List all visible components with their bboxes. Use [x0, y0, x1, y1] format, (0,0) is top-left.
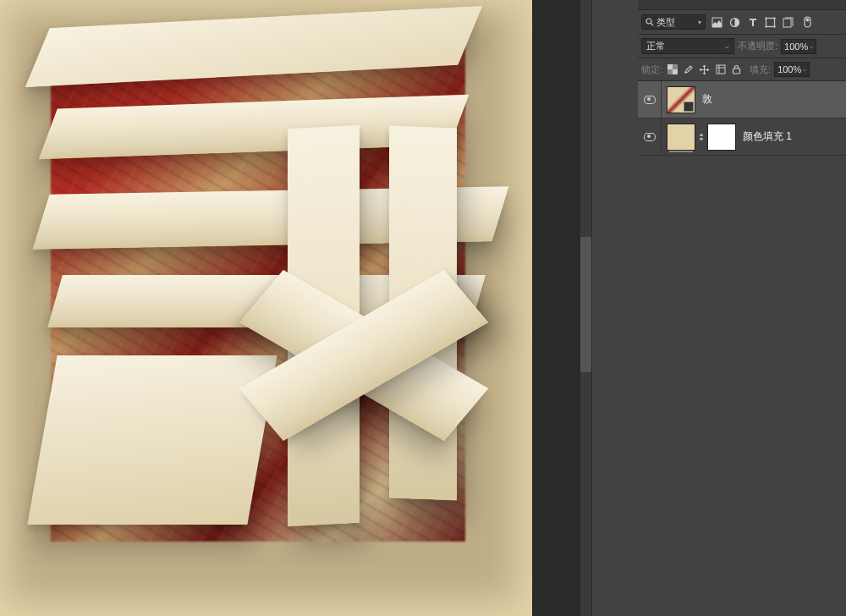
svg-rect-19 — [673, 69, 678, 74]
svg-rect-21 — [733, 69, 740, 74]
lock-all-icon[interactable] — [730, 63, 743, 76]
layer-visibility-toggle[interactable] — [638, 81, 662, 118]
svg-rect-13 — [774, 25, 776, 27]
scrollbar-thumb[interactable] — [580, 237, 591, 372]
layer-name[interactable]: 敦 — [695, 92, 712, 107]
opacity-input[interactable]: 100% ⌵ — [781, 39, 816, 54]
layer-thumbnail[interactable] — [667, 86, 695, 113]
svg-rect-20 — [717, 65, 725, 74]
svg-rect-14 — [783, 19, 791, 27]
svg-rect-11 — [774, 17, 776, 19]
lock-row: 锁定: 填充: 100% ⌵ — [638, 58, 846, 81]
svg-point-6 — [646, 19, 651, 24]
blend-mode-row: 正常 ⌵ 不透明度: 100% ⌵ — [638, 35, 846, 58]
svg-rect-18 — [667, 64, 673, 69]
panel-gutter — [532, 0, 591, 616]
search-icon — [645, 18, 654, 26]
layers-panel: 类型 ▾ 正常 — [592, 0, 846, 616]
layer-row[interactable]: 颜色填充 1 — [638, 118, 846, 156]
fill-value: 100% — [777, 64, 801, 74]
filter-smartobject-icon[interactable] — [782, 16, 794, 29]
lock-transparency-icon[interactable] — [666, 63, 678, 76]
layer-filter-row: 类型 ▾ — [638, 10, 846, 35]
chevron-down-icon: ▾ — [698, 19, 701, 26]
filter-type-icon[interactable] — [746, 16, 759, 29]
filter-toggle-icon[interactable] — [801, 16, 814, 29]
fill-label: 填充: — [750, 63, 771, 76]
lock-label: 锁定: — [641, 63, 662, 76]
chevron-down-icon: ⌵ — [810, 43, 813, 50]
filter-label: 类型 — [656, 16, 675, 29]
document-canvas[interactable] — [0, 0, 532, 616]
svg-rect-10 — [766, 17, 767, 19]
filter-adjustment-icon[interactable] — [728, 16, 741, 29]
svg-rect-12 — [766, 25, 767, 27]
layer-row[interactable]: 敦 — [638, 81, 846, 118]
layer-thumbnail[interactable] — [667, 124, 695, 151]
eye-icon — [644, 96, 656, 104]
chevron-down-icon: ⌵ — [803, 66, 806, 73]
paper-stroke — [27, 355, 277, 525]
thumbnail-underline — [669, 151, 693, 152]
fill-input[interactable]: 100% ⌵ — [774, 62, 810, 77]
layer-mask-thumbnail[interactable] — [707, 124, 736, 151]
lock-brush-icon[interactable] — [682, 63, 695, 76]
layers-list: 敦 颜色填充 1 — [638, 81, 846, 156]
svg-point-16 — [806, 19, 810, 22]
lock-artboard-icon[interactable] — [714, 63, 727, 76]
filter-pixel-icon[interactable] — [711, 16, 723, 29]
layer-visibility-toggle[interactable] — [638, 118, 662, 155]
opacity-label: 不透明度: — [738, 40, 777, 52]
blend-mode-dropdown[interactable]: 正常 ⌵ — [641, 38, 734, 54]
filter-shape-icon[interactable] — [764, 16, 777, 29]
eye-icon — [644, 133, 656, 141]
chevron-down-icon: ⌵ — [725, 42, 729, 50]
canvas-area[interactable] — [0, 0, 532, 616]
artwork-glyph — [8, 0, 516, 609]
svg-rect-9 — [766, 18, 775, 26]
panel-tabs[interactable] — [638, 0, 846, 10]
lock-position-icon[interactable] — [698, 63, 711, 76]
opacity-value: 100% — [784, 41, 808, 52]
mask-link-icon[interactable] — [697, 133, 706, 141]
blend-mode-value: 正常 — [646, 40, 665, 52]
layer-filter-dropdown[interactable]: 类型 ▾ — [641, 14, 706, 30]
scrollbar-track[interactable] — [580, 0, 591, 616]
layer-name[interactable]: 颜色填充 1 — [736, 129, 792, 144]
